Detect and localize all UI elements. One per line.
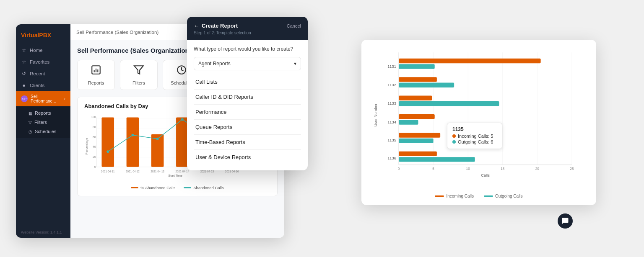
modal-list-item-call-lists[interactable]: Call Lists <box>194 75 301 90</box>
dropdown-arrow-icon: ▾ <box>294 61 296 67</box>
modal-title: Create Report <box>202 23 238 29</box>
svg-text:1135: 1135 <box>387 138 396 142</box>
sidebar-sub-label: Reports <box>35 111 51 116</box>
legend-abandoned-calls: Abandoned Calls <box>184 185 223 190</box>
svg-text:25: 25 <box>570 167 574 171</box>
sidebar-item-favorites[interactable]: ☆ Favorites <box>16 56 70 68</box>
sidebar-item-clients[interactable]: ● Clients <box>16 80 70 91</box>
svg-text:20: 20 <box>535 167 540 171</box>
modal-list-item-time-based[interactable]: Time-Based Reports <box>194 135 301 150</box>
modal-step-label: Step 1 of 2: Template selection <box>194 31 301 35</box>
bar-panel: User Number 0 5 10 15 20 25 Calls 1131 <box>361 40 596 205</box>
sidebar-item-home[interactable]: ☆ Home <box>16 44 70 56</box>
svg-text:2021-04-13: 2021-04-13 <box>151 170 164 173</box>
sidebar-sub-label: Filters <box>34 120 47 125</box>
sidebar-item-schedules[interactable]: ◷ Schedules <box>25 127 70 136</box>
svg-rect-72 <box>399 114 435 119</box>
logo-virtual: Virtual <box>21 32 39 39</box>
tooltip-outgoing-label: Outgoing Calls: 6 <box>458 139 493 144</box>
sidebar-item-label: Sell Performanc… <box>31 94 61 103</box>
svg-marker-4 <box>134 66 143 74</box>
modal-list-item-queue[interactable]: Queue Reports <box>194 120 301 135</box>
svg-text:40: 40 <box>93 145 96 148</box>
horizontal-bar-chart: User Number 0 5 10 15 20 25 Calls 1131 <box>371 48 586 182</box>
sidebar-sub-label: Schedules <box>35 129 56 134</box>
svg-text:1132: 1132 <box>387 83 396 87</box>
svg-rect-69 <box>399 83 454 87</box>
reports-card-icon <box>91 64 101 78</box>
logo-text: VirtualPBX <box>21 32 51 39</box>
schedules-card-icon <box>176 64 187 78</box>
sidebar-item-filters[interactable]: ▽ Filters <box>25 118 70 127</box>
modal-dropdown[interactable]: Agent Reports ▾ <box>194 57 301 70</box>
legend-label: Abandoned Calls <box>193 185 223 190</box>
svg-text:1136: 1136 <box>387 156 396 160</box>
legend-dot-orange <box>131 187 138 188</box>
chat-widget-button[interactable] <box>558 213 573 229</box>
legend-dot-teal <box>184 187 191 188</box>
modal-back-button[interactable]: ← Create Report <box>194 23 238 29</box>
svg-text:80: 80 <box>93 126 96 128</box>
filters-card-label: Filters <box>132 80 145 85</box>
svg-text:2021-04-14: 2021-04-14 <box>175 170 189 173</box>
tooltip-row-outgoing: Outgoing Calls: 6 <box>452 139 497 144</box>
sidebar: VirtualPBX ☆ Home ☆ Favorites ↺ Recent ●… <box>16 24 70 238</box>
bar-panel-chart: User Number 0 5 10 15 20 25 Calls 1131 <box>371 48 586 190</box>
modal-list-item-caller-id[interactable]: Caller ID & DID Reports <box>194 90 301 105</box>
tooltip-incoming-label: Incoming Calls: 5 <box>458 134 493 139</box>
tooltip-box: 1135 Incoming Calls: 5 Outgoing Calls: 6 <box>447 123 502 149</box>
sidebar-item-recent[interactable]: ↺ Recent <box>16 68 70 80</box>
svg-text:10: 10 <box>466 167 470 171</box>
favorites-icon: ☆ <box>21 59 27 65</box>
svg-text:0: 0 <box>398 167 400 171</box>
svg-rect-20 <box>101 117 114 167</box>
chart-legend: % Abandoned Calls Abandoned Calls <box>84 185 270 190</box>
bp-legend-incoming-label: Incoming Calls <box>446 194 474 198</box>
sidebar-item-sell-performance[interactable]: SP Sell Performanc… › <box>16 91 70 106</box>
svg-text:User Number: User Number <box>374 103 378 126</box>
svg-rect-68 <box>399 77 437 82</box>
filters-card[interactable]: Filters <box>120 60 158 90</box>
svg-rect-71 <box>399 101 499 106</box>
svg-rect-66 <box>399 59 541 63</box>
svg-text:1131: 1131 <box>387 64 396 69</box>
modal-body: What type of report would you like to cr… <box>187 40 308 170</box>
logo-pbx: PBX <box>39 32 51 39</box>
legend-label: % Abandoned Calls <box>140 185 175 190</box>
bar-panel-legend: Incoming Calls Outgoing Calls <box>371 194 586 198</box>
modal-list-item-performance[interactable]: Performance <box>194 105 301 120</box>
bp-legend-outgoing: Outgoing Calls <box>484 194 523 198</box>
svg-rect-70 <box>399 96 432 100</box>
svg-text:1134: 1134 <box>387 120 396 124</box>
sidebar-item-label: Clients <box>30 83 44 88</box>
svg-text:60: 60 <box>93 136 96 139</box>
clients-icon: ● <box>21 82 27 88</box>
version-label: Website Version: 1.4.1.1 <box>16 227 70 238</box>
bp-legend-outgoing-line <box>484 195 493 197</box>
svg-point-27 <box>131 134 134 136</box>
recent-icon: ↺ <box>21 71 27 77</box>
tooltip-outgoing-dot <box>452 140 456 144</box>
modal-list: Call Lists Caller ID & DID Reports Perfo… <box>194 75 301 164</box>
back-arrow-icon: ← <box>194 23 199 29</box>
legend-abandoned-pct: % Abandoned Calls <box>131 185 175 190</box>
svg-text:2021-04-11: 2021-04-11 <box>101 170 115 173</box>
filters-icon: ▽ <box>29 120 32 125</box>
schedules-icon: ◷ <box>29 129 32 134</box>
dropdown-value: Agent Reports <box>198 61 231 67</box>
svg-text:Start Time: Start Time <box>168 174 182 177</box>
sidebar-item-reports[interactable]: ▦ Reports <box>25 108 70 118</box>
home-icon: ☆ <box>21 47 27 53</box>
modal-cancel-button[interactable]: Cancel <box>287 23 301 28</box>
reports-card[interactable]: Reports <box>77 60 115 90</box>
modal-list-item-user-device[interactable]: User & Device Reports <box>194 150 301 164</box>
svg-text:20: 20 <box>93 155 96 158</box>
modal-header: ← Create Report Cancel Step 1 of 2: Temp… <box>187 17 308 40</box>
bp-legend-incoming: Incoming Calls <box>435 194 474 198</box>
svg-rect-77 <box>399 157 475 162</box>
sidebar-nav: ☆ Home ☆ Favorites ↺ Recent ● Clients SP… <box>16 44 70 227</box>
svg-text:1133: 1133 <box>387 101 396 105</box>
tooltip-row-incoming: Incoming Calls: 5 <box>452 134 497 139</box>
tooltip-incoming-dot <box>452 134 456 138</box>
svg-text:5: 5 <box>432 167 434 171</box>
